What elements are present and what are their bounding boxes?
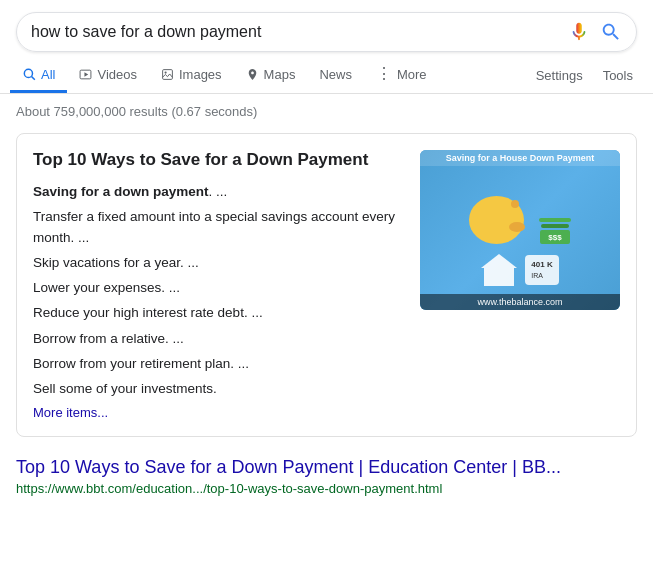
maps-tab-icon [246,68,259,81]
tab-videos-label: Videos [97,67,137,82]
search-bar [16,12,637,52]
tab-news-label: News [319,67,352,82]
tools-button[interactable]: Tools [593,60,643,91]
tools-label: Tools [603,68,633,83]
tab-videos[interactable]: Videos [67,59,149,93]
all-tab-icon [22,67,36,81]
results-count: About 759,000,000 results (0.67 seconds) [0,94,653,129]
search-bar-container [0,0,653,52]
tab-images[interactable]: Images [149,59,234,93]
result-link-section: Top 10 Ways to Save for a Down Payment |… [0,449,653,508]
result-card: Top 10 Ways to Save for a Down Payment S… [16,133,637,437]
svg-rect-4 [163,69,173,79]
list-item: Sell some of your investments. [33,379,404,399]
list-item: Transfer a fixed amount into a special s… [33,207,404,248]
result-text: Top 10 Ways to Save for a Down Payment S… [33,150,404,420]
tab-images-label: Images [179,67,222,82]
search-icon[interactable] [600,21,622,43]
image-domain: www.thebalance.com [420,294,620,310]
result-list: Saving for a down payment. ... Transfer … [33,182,404,399]
result-image: Saving for a House Down Payment [420,150,620,310]
settings-button[interactable]: Settings [526,60,593,91]
list-item: Reduce your high interest rate debt. ... [33,303,404,323]
tab-all[interactable]: All [10,59,67,93]
nav-tabs: All Videos Images Maps News ⋮ More Setti… [0,52,653,94]
list-item: Borrow from your retirement plan. ... [33,354,404,374]
tab-more[interactable]: ⋮ More [364,58,439,93]
images-tab-icon [161,68,174,81]
tab-all-label: All [41,67,55,82]
list-item: Lower your expenses. ... [33,278,404,298]
image-title-bar: Saving for a House Down Payment [420,150,620,166]
more-dots-icon: ⋮ [376,66,392,82]
result-card-body: Top 10 Ways to Save for a Down Payment S… [17,134,636,436]
svg-point-0 [24,69,32,77]
tab-maps[interactable]: Maps [234,59,308,93]
result-card-title: Top 10 Ways to Save for a Down Payment [33,150,404,170]
svg-point-5 [164,71,166,73]
tab-maps-label: Maps [264,67,296,82]
result-link-url: https://www.bbt.com/education.../top-10-… [16,481,637,496]
svg-marker-3 [85,72,89,76]
search-icons [568,21,622,43]
more-items-link[interactable]: More items... [33,405,108,420]
mic-icon[interactable] [568,21,590,43]
result-link-title[interactable]: Top 10 Ways to Save for a Down Payment |… [16,457,637,478]
settings-label: Settings [536,68,583,83]
tab-more-label: More [397,67,427,82]
search-input[interactable] [31,23,568,41]
list-item: Borrow from a relative. ... [33,329,404,349]
result-image-inner: Saving for a House Down Payment [420,150,620,310]
list-item: Saving for a down payment. ... [33,182,404,202]
videos-tab-icon [79,68,92,81]
svg-line-1 [32,77,35,80]
tab-news[interactable]: News [307,59,364,93]
list-item: Skip vacations for a year. ... [33,253,404,273]
